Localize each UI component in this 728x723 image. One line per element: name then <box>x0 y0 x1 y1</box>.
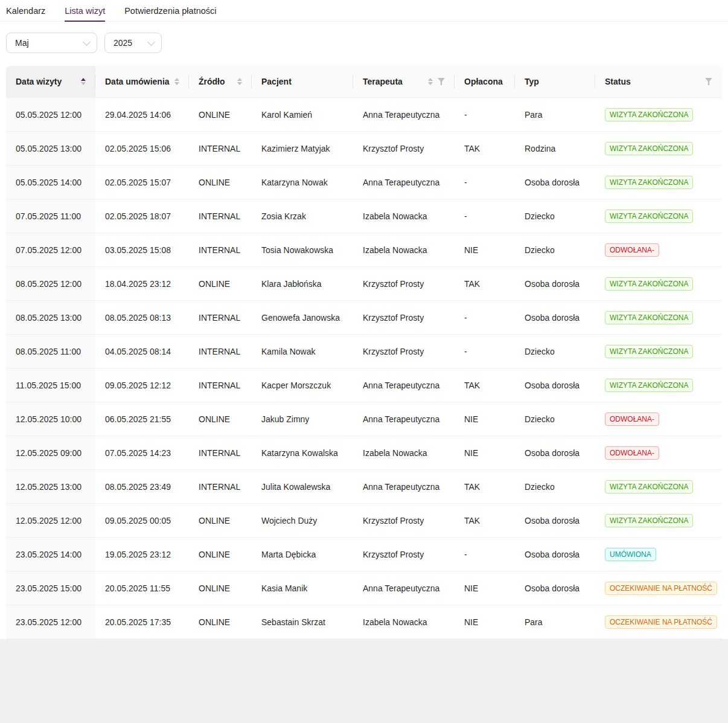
table-body: 05.05.2025 12:00 29.04.2025 14:06 ONLINE… <box>6 98 722 639</box>
column-label: Status <box>605 77 631 86</box>
cell-type: Dziecko <box>515 470 595 504</box>
table-row[interactable]: 07.05.2025 12:00 03.05.2025 15:08 INTERN… <box>6 233 722 267</box>
cell-source: INTERNAL <box>189 199 252 233</box>
cell-type: Dziecko <box>515 335 595 368</box>
cell-status: WIZYTA ZAKOŃCZONA <box>595 470 722 504</box>
cell-patient: Kacper Morszczuk <box>252 368 353 402</box>
cell-source: INTERNAL <box>189 132 252 165</box>
table-row[interactable]: 07.05.2025 11:00 02.05.2025 18:07 INTERN… <box>6 199 722 233</box>
cell-visit-date: 05.05.2025 12:00 <box>6 98 95 132</box>
table-row[interactable]: 23.05.2025 15:00 20.05.2025 11:55 ONLINE… <box>6 571 722 605</box>
cell-therapist: Izabela Nowacka <box>353 199 455 233</box>
cell-booking-date: 29.04.2025 14:06 <box>95 98 189 132</box>
table-row[interactable]: 23.05.2025 12:00 20.05.2025 17:35 ONLINE… <box>6 605 722 639</box>
table-row[interactable]: 05.05.2025 14:00 02.05.2025 15:07 ONLINE… <box>6 165 722 199</box>
cell-status: WIZYTA ZAKOŃCZONA <box>595 132 722 165</box>
cell-status: ODWOŁANA- <box>595 436 722 470</box>
cell-paid: - <box>455 165 515 199</box>
cell-booking-date: 07.05.2025 14:23 <box>95 436 189 470</box>
cell-patient: Katarzyna Nowak <box>252 165 353 199</box>
column-header-data-umowienia[interactable]: Data umówienia <box>95 66 189 98</box>
cell-paid: NIE <box>455 402 515 436</box>
filter-icon[interactable] <box>438 78 445 85</box>
table-row[interactable]: 08.05.2025 12:00 18.04.2025 23:12 ONLINE… <box>6 267 722 301</box>
table-row[interactable]: 12.05.2025 10:00 06.05.2025 21:55 ONLINE… <box>6 402 722 436</box>
cell-patient: Katarzyna Kowalska <box>252 436 353 470</box>
cell-source: ONLINE <box>189 98 252 132</box>
year-select[interactable]: 2025 <box>104 33 162 53</box>
filter-icon[interactable] <box>705 78 712 85</box>
cell-therapist: Izabela Nowacka <box>353 605 455 639</box>
status-badge: OCZEKIWANIE NA PŁATNOŚĆ <box>605 582 717 595</box>
cell-paid: NIE <box>455 233 515 267</box>
column-label: Typ <box>525 77 539 86</box>
cell-status: WIZYTA ZAKOŃCZONA <box>595 504 722 538</box>
table-row[interactable]: 05.05.2025 12:00 29.04.2025 14:06 ONLINE… <box>6 98 722 132</box>
cell-visit-date: 23.05.2025 12:00 <box>6 605 95 639</box>
column-header-pacjent: Pacjent <box>252 66 353 98</box>
cell-source: ONLINE <box>189 504 252 538</box>
cell-status: OCZEKIWANIE NA PŁATNOŚĆ <box>595 571 722 605</box>
table-row[interactable]: 05.05.2025 13:00 02.05.2025 15:06 INTERN… <box>6 132 722 165</box>
tab-lista-wizyt[interactable]: Lista wizyt <box>65 0 105 21</box>
column-header-typ: Typ <box>515 66 595 98</box>
main-content: Kalendarz Lista wizyt Potwierdzenia płat… <box>0 0 728 639</box>
cell-type: Osoba dorosła <box>515 301 595 335</box>
month-select[interactable]: Maj <box>6 33 97 53</box>
table-header-row: Data wizyty Data umówienia <box>6 66 722 98</box>
cell-type: Dziecko <box>515 402 595 436</box>
sort-icon <box>174 78 179 85</box>
column-header-status[interactable]: Status <box>595 66 722 98</box>
month-select-value: Maj <box>15 38 29 48</box>
column-header-zrodlo[interactable]: Źródło <box>189 66 252 98</box>
status-badge: ODWOŁANA- <box>605 413 659 426</box>
column-label: Źródło <box>199 77 225 86</box>
column-label: Opłacona <box>464 77 503 86</box>
cell-status: WIZYTA ZAKOŃCZONA <box>595 368 722 402</box>
chevron-down-icon <box>147 38 155 46</box>
cell-source: INTERNAL <box>189 368 252 402</box>
cell-paid: - <box>455 199 515 233</box>
filter-bar: Maj 2025 <box>0 22 728 53</box>
table-row[interactable]: 08.05.2025 13:00 08.05.2025 08:13 INTERN… <box>6 301 722 335</box>
cell-booking-date: 20.05.2025 11:55 <box>95 571 189 605</box>
cell-source: INTERNAL <box>189 301 252 335</box>
tab-potwierdzenia-platnosci[interactable]: Potwierdzenia płatności <box>124 0 216 21</box>
cell-status: WIZYTA ZAKOŃCZONA <box>595 165 722 199</box>
cell-patient: Sebastain Skrzat <box>252 605 353 639</box>
table-row[interactable]: 23.05.2025 14:00 19.05.2025 23:12 ONLINE… <box>6 538 722 571</box>
cell-booking-date: 02.05.2025 18:07 <box>95 199 189 233</box>
column-label: Data umówienia <box>105 77 170 86</box>
table-row[interactable]: 12.05.2025 13:00 08.05.2025 23:49 INTERN… <box>6 470 722 504</box>
cell-type: Osoba dorosła <box>515 368 595 402</box>
cell-visit-date: 08.05.2025 11:00 <box>6 335 95 368</box>
table-row[interactable]: 11.05.2025 15:00 09.05.2025 12:12 INTERN… <box>6 368 722 402</box>
cell-patient: Karol Kamień <box>252 98 353 132</box>
cell-source: ONLINE <box>189 605 252 639</box>
cell-patient: Julita Kowalewska <box>252 470 353 504</box>
cell-booking-date: 03.05.2025 15:08 <box>95 233 189 267</box>
column-header-data-wizyty[interactable]: Data wizyty <box>6 66 95 98</box>
cell-status: WIZYTA ZAKOŃCZONA <box>595 335 722 368</box>
cell-paid: TAK <box>455 504 515 538</box>
table-row[interactable]: 08.05.2025 11:00 04.05.2025 08:14 INTERN… <box>6 335 722 368</box>
cell-visit-date: 05.05.2025 13:00 <box>6 132 95 165</box>
cell-therapist: Krzysztof Prosty <box>353 538 455 571</box>
cell-paid: TAK <box>455 267 515 301</box>
column-header-terapeuta[interactable]: Terapeuta <box>353 66 455 98</box>
cell-status: WIZYTA ZAKOŃCZONA <box>595 98 722 132</box>
tab-kalendarz[interactable]: Kalendarz <box>6 0 45 21</box>
cell-type: Osoba dorosła <box>515 436 595 470</box>
cell-visit-date: 05.05.2025 14:00 <box>6 165 95 199</box>
cell-visit-date: 12.05.2025 09:00 <box>6 436 95 470</box>
cell-paid: - <box>455 335 515 368</box>
status-badge: UMÓWIONA <box>605 548 656 561</box>
cell-booking-date: 02.05.2025 15:06 <box>95 132 189 165</box>
cell-source: ONLINE <box>189 571 252 605</box>
cell-paid: NIE <box>455 605 515 639</box>
table-row[interactable]: 12.05.2025 09:00 07.05.2025 14:23 INTERN… <box>6 436 722 470</box>
cell-visit-date: 23.05.2025 14:00 <box>6 538 95 571</box>
sort-icon <box>81 78 86 85</box>
cell-paid: TAK <box>455 368 515 402</box>
table-row[interactable]: 12.05.2025 12:00 09.05.2025 00:05 ONLINE… <box>6 504 722 538</box>
